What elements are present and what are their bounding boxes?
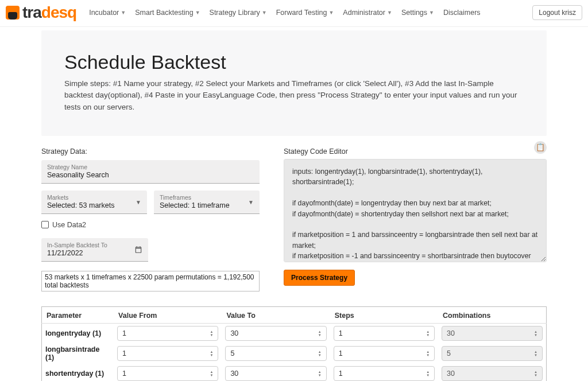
- number-value: 1: [122, 349, 126, 357]
- nav-label: Smart Backtesting: [135, 9, 193, 17]
- value-from-input[interactable]: 1▲▼: [117, 346, 218, 361]
- table-row: longentryday (1)1▲▼30▲▼1▲▼30▲▼: [42, 323, 547, 343]
- col-parameter: Parameter: [42, 306, 114, 323]
- value-to-input[interactable]: 30▲▼: [225, 326, 326, 341]
- steps-input[interactable]: 1▲▼: [334, 346, 435, 361]
- brand-icon: [6, 6, 20, 20]
- use-data2-checkbox[interactable]: [41, 221, 49, 228]
- combinations-output: 30▲▼: [442, 326, 543, 341]
- combinations-output: 5▲▼: [442, 346, 543, 361]
- nav-label: Settings: [401, 9, 427, 17]
- col-steps: Steps: [330, 306, 438, 323]
- stepper-icon[interactable]: ▲▼: [426, 350, 430, 357]
- paste-button[interactable]: 📋: [534, 141, 547, 154]
- col-value-from: Value From: [114, 306, 222, 323]
- parameter-name: longbarsintrade (1): [42, 343, 114, 364]
- nav-incubator[interactable]: Incubator▼: [86, 6, 129, 19]
- number-value: 1: [339, 329, 343, 337]
- code-editor-header: Stategy Code Editor: [284, 147, 348, 155]
- nav-label: Disclaimers: [443, 9, 481, 17]
- steps-input[interactable]: 1▲▼: [334, 366, 435, 381]
- hero-panel: Schedule Backtest Simple steps: #1 Name …: [41, 30, 547, 136]
- chevron-down-icon: ▼: [328, 10, 334, 15]
- stepper-icon[interactable]: ▲▼: [426, 330, 430, 337]
- clipboard-icon: 📋: [536, 143, 545, 151]
- value-from-input[interactable]: 1▲▼: [117, 326, 218, 341]
- chevron-down-icon: ▼: [429, 10, 434, 15]
- code-editor-textarea[interactable]: [284, 159, 547, 262]
- stepper-icon: ▲▼: [534, 370, 537, 377]
- brand-text-pre: tra: [22, 3, 41, 22]
- number-value: 30: [447, 370, 455, 378]
- timeframes-label: Timeframes: [160, 194, 254, 201]
- chevron-down-icon: ▼: [387, 10, 392, 15]
- number-value: 1: [122, 370, 126, 378]
- nav-label: Strategy Library: [210, 9, 260, 17]
- insample-date-field[interactable]: In-Sample Backtest To 11/21/2022: [41, 238, 148, 262]
- markets-value: Selected: 53 markets: [47, 201, 141, 209]
- timeframes-select[interactable]: Timeframes Selected: 1 timeframe ▼: [154, 190, 260, 214]
- combinations-output: 30▲▼: [442, 366, 543, 381]
- markets-label: Markets: [47, 194, 141, 201]
- insample-value: 11/21/2022: [47, 249, 142, 257]
- table-row: longbarsintrade (1)1▲▼5▲▼1▲▼5▲▼: [42, 343, 547, 364]
- col-combinations: Combinations: [438, 306, 546, 323]
- nav-label: Forward Testing: [276, 9, 327, 17]
- col-value-to: Value To: [222, 306, 330, 323]
- brand-text-mid: desq: [41, 3, 76, 22]
- nav-strategy-library[interactable]: Strategy Library▼: [206, 6, 270, 19]
- calendar-icon: [134, 246, 142, 254]
- stepper-icon: ▲▼: [534, 350, 537, 357]
- stepper-icon[interactable]: ▲▼: [210, 350, 213, 357]
- parameters-table: Parameter Value From Value To Steps Comb…: [41, 306, 547, 381]
- stepper-icon: ▲▼: [534, 330, 537, 337]
- number-value: 30: [230, 329, 238, 337]
- stepper-icon[interactable]: ▲▼: [318, 330, 322, 337]
- number-value: 1: [339, 349, 343, 357]
- backtest-summary: 53 markets x 1 timeframes x 22500 param …: [41, 271, 260, 291]
- markets-select[interactable]: Markets Selected: 53 markets ▼: [41, 190, 147, 214]
- nav-forward-testing[interactable]: Forward Testing▼: [273, 6, 338, 19]
- number-value: 1: [122, 329, 126, 337]
- number-value: 30: [230, 370, 238, 378]
- nav-disclaimers[interactable]: Disclaimers: [440, 6, 484, 19]
- number-value: 1: [339, 370, 343, 378]
- number-value: 30: [447, 329, 455, 337]
- page-title: Schedule Backtest: [64, 51, 524, 73]
- number-value: 5: [447, 349, 451, 357]
- strategy-data-header: Strategy Data:: [41, 147, 260, 155]
- strategy-name-label: Strategy Name: [47, 164, 254, 170]
- brand-logo[interactable]: tradesq: [6, 3, 76, 22]
- main-nav: Incubator▼ Smart Backtesting▼ Strategy L…: [86, 6, 483, 19]
- stepper-icon[interactable]: ▲▼: [318, 350, 322, 357]
- stepper-icon[interactable]: ▲▼: [426, 370, 430, 377]
- number-value: 5: [230, 349, 234, 357]
- chevron-down-icon: ▼: [195, 10, 200, 15]
- table-row: shortentryday (1)1▲▼30▲▼1▲▼30▲▼: [42, 364, 547, 381]
- insample-label: In-Sample Backtest To: [47, 242, 142, 248]
- process-strategy-button[interactable]: Process Strategy: [284, 270, 355, 286]
- nav-label: Administrator: [343, 9, 385, 17]
- strategy-name-value: Seasonality Search: [47, 171, 254, 179]
- nav-administrator[interactable]: Administrator▼: [339, 6, 396, 19]
- parameter-name: shortentryday (1): [42, 364, 114, 381]
- stepper-icon[interactable]: ▲▼: [210, 330, 213, 337]
- stepper-icon[interactable]: ▲▼: [210, 370, 213, 377]
- nav-settings[interactable]: Settings▼: [398, 6, 438, 19]
- value-to-input[interactable]: 30▲▼: [225, 366, 326, 381]
- stepper-icon[interactable]: ▲▼: [318, 370, 322, 377]
- value-from-input[interactable]: 1▲▼: [117, 366, 218, 381]
- logout-button[interactable]: Logout krisz: [532, 5, 582, 20]
- steps-input[interactable]: 1▲▼: [334, 326, 435, 341]
- nav-smart-backtesting[interactable]: Smart Backtesting▼: [131, 6, 203, 19]
- value-to-input[interactable]: 5▲▼: [225, 346, 326, 361]
- parameter-name: longentryday (1): [42, 323, 114, 343]
- strategy-name-field[interactable]: Strategy Name Seasonality Search: [41, 160, 260, 184]
- timeframes-value: Selected: 1 timeframe: [160, 201, 254, 209]
- use-data2-label: Use Data2: [52, 221, 86, 229]
- chevron-down-icon: ▼: [262, 10, 267, 15]
- page-description: Simple steps: #1 Name your strategy, #2 …: [64, 78, 524, 113]
- chevron-down-icon: ▼: [121, 10, 126, 15]
- nav-label: Incubator: [89, 9, 119, 17]
